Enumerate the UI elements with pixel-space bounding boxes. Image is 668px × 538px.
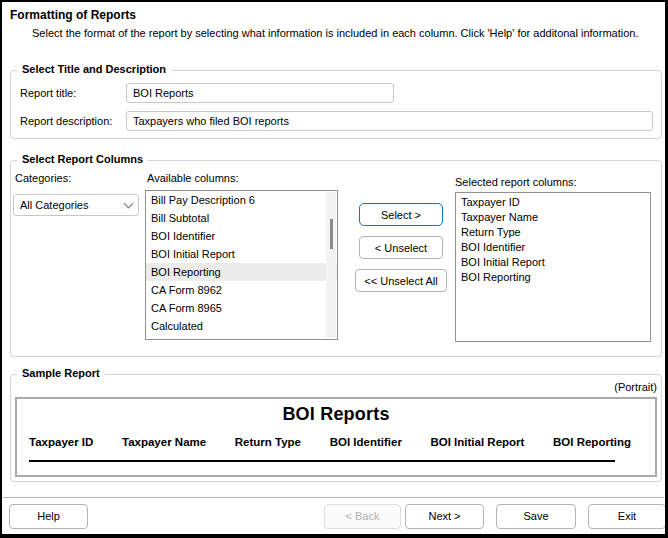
- sample-report-column-header: Taxpayer ID: [29, 436, 93, 448]
- available-column-item[interactable]: CA Form 8965: [146, 299, 337, 317]
- footer-separator: [3, 497, 664, 499]
- sample-report-rule: [29, 460, 615, 462]
- report-title-label: Report title:: [20, 87, 76, 99]
- sample-report-column-header: BOI Identifier: [330, 436, 402, 448]
- available-columns-scrollbar[interactable]: [326, 192, 336, 338]
- selected-column-item[interactable]: Return Type: [456, 225, 650, 240]
- available-columns-label: Available columns:: [147, 172, 239, 184]
- sample-report-preview: BOI Reports Taxpayer IDTaxpayer NameRetu…: [15, 397, 657, 477]
- scrollbar-thumb[interactable]: [330, 219, 333, 249]
- sample-report-title: BOI Reports: [17, 404, 655, 425]
- save-button[interactable]: Save: [496, 504, 576, 529]
- selected-column-item[interactable]: Taxpayer Name: [456, 210, 650, 225]
- help-button[interactable]: Help: [9, 504, 88, 529]
- categories-dropdown[interactable]: All Categories: [13, 194, 139, 216]
- sample-report-column-header: BOI Initial Report: [430, 436, 524, 448]
- sample-report-column-header: BOI Reporting: [553, 436, 631, 448]
- categories-label: Categories:: [15, 172, 71, 184]
- back-button: < Back: [324, 504, 401, 529]
- sample-report-legend: Sample Report: [17, 367, 105, 379]
- exit-button[interactable]: Exit: [588, 504, 666, 529]
- chevron-down-icon: [124, 198, 134, 208]
- report-columns-group: Select Report Columns Categories: All Ca…: [10, 160, 662, 357]
- sample-report-column-header: Return Type: [235, 436, 301, 448]
- report-title-input[interactable]: [126, 83, 394, 103]
- page-title: Formatting of Reports: [10, 8, 136, 22]
- available-column-item[interactable]: BOI Initial Report: [146, 245, 337, 263]
- selected-columns-listbox[interactable]: Taxpayer IDTaxpayer NameReturn TypeBOI I…: [455, 192, 651, 342]
- selected-columns-label: Selected report columns:: [455, 176, 577, 188]
- next-button[interactable]: Next >: [405, 504, 484, 529]
- selected-column-item[interactable]: BOI Reporting: [456, 270, 650, 285]
- available-column-item[interactable]: CA Form 8962: [146, 281, 337, 299]
- page-subtitle: Select the format of the report by selec…: [32, 27, 638, 39]
- report-description-input[interactable]: [126, 111, 653, 131]
- title-description-legend: Select Title and Description: [17, 63, 171, 75]
- selected-column-item[interactable]: BOI Identifier: [456, 240, 650, 255]
- formatting-of-reports-dialog: Formatting of Reports Select the format …: [0, 0, 668, 538]
- categories-dropdown-value: All Categories: [20, 199, 125, 211]
- available-columns-listbox[interactable]: Bill Pay Description 6Bill SubtotalBOI I…: [145, 190, 338, 340]
- unselect-button[interactable]: < Unselect: [359, 236, 443, 259]
- selected-column-item[interactable]: BOI Initial Report: [456, 255, 650, 270]
- available-column-item[interactable]: BOI Identifier: [146, 227, 337, 245]
- title-description-group: Select Title and Description Report titl…: [10, 70, 662, 139]
- available-column-item[interactable]: Calculated: [146, 317, 337, 335]
- report-description-label: Report description:: [20, 115, 112, 127]
- available-column-item[interactable]: Capital Home Compared To: [146, 335, 337, 340]
- available-column-item[interactable]: BOI Reporting: [146, 263, 337, 281]
- selected-column-item[interactable]: Taxpayer ID: [456, 195, 650, 210]
- orientation-label: (Portrait): [614, 381, 657, 393]
- available-column-item[interactable]: Bill Pay Description 6: [146, 191, 337, 209]
- select-button[interactable]: Select >: [359, 203, 443, 226]
- sample-report-group: Sample Report (Portrait) BOI Reports Tax…: [10, 374, 662, 482]
- report-columns-legend: Select Report Columns: [17, 153, 148, 165]
- sample-report-headers: Taxpayer IDTaxpayer NameReturn TypeBOI I…: [29, 436, 631, 448]
- unselect-all-button[interactable]: << Unselect All: [355, 269, 447, 292]
- available-column-item[interactable]: Bill Subtotal: [146, 209, 337, 227]
- sample-report-column-header: Taxpayer Name: [122, 436, 206, 448]
